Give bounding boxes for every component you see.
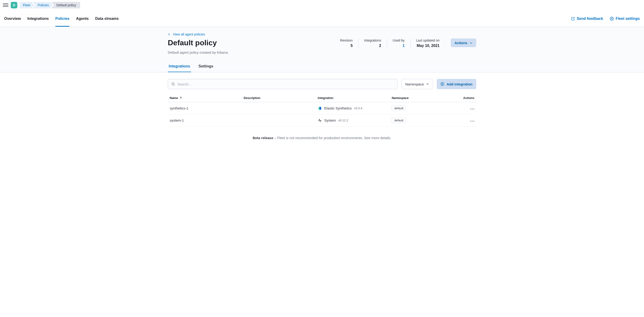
breadcrumb-fleet[interactable]: Fleet [20, 2, 34, 8]
col-description[interactable]: Description [242, 94, 316, 102]
stat-integrations-value: 2 [364, 44, 381, 48]
beta-text: – Fleet is not recommended for productio… [274, 136, 392, 140]
add-integration-label: Add integration [446, 82, 472, 86]
stat-updated-value: May 10, 2021 [416, 44, 440, 48]
stat-usedby-label: Used by [392, 38, 404, 42]
integration-version: v0.0.4 [354, 106, 362, 110]
beta-label: Beta release [252, 136, 273, 140]
cell-integration[interactable]: Elastic Synthetics v0.0.4 [318, 106, 388, 110]
cell-name[interactable]: system-1 [168, 114, 242, 126]
sort-up-icon [180, 97, 182, 99]
home-badge[interactable]: D [11, 2, 17, 8]
fleet-settings-link[interactable]: Fleet settings [610, 16, 640, 21]
svg-point-0 [611, 18, 612, 19]
col-name[interactable]: Name [168, 94, 242, 102]
table-row: system-1 System v0.12.2 default [168, 114, 476, 126]
chevron-down-icon [470, 41, 472, 44]
integrations-table: Name Description Integration Namespace A… [168, 94, 476, 126]
menu-icon[interactable] [3, 2, 8, 8]
stat-updated-label: Last updated on [416, 38, 440, 42]
col-name-label: Name [170, 96, 178, 100]
fleet-settings-label: Fleet settings [616, 16, 640, 21]
search-box[interactable] [168, 79, 398, 89]
actions-button[interactable]: Actions [451, 38, 476, 47]
add-integration-button[interactable]: Add integration [437, 79, 476, 89]
row-actions-button[interactable] [470, 109, 474, 109]
search-input[interactable] [177, 82, 394, 86]
back-link[interactable]: View all agent policies [168, 32, 476, 36]
stat-usedby-value[interactable]: 1 [392, 44, 404, 48]
cell-description [242, 102, 316, 114]
tab-agents[interactable]: Agents [76, 10, 88, 27]
integration-name: System [324, 118, 336, 122]
row-actions-button[interactable] [470, 121, 474, 122]
stat-revision-value: 5 [340, 44, 352, 48]
breadcrumb-current: Default policy [51, 2, 80, 8]
cell-name[interactable]: synthetics-1 [168, 102, 242, 114]
gear-icon [610, 16, 614, 21]
stat-revision-label: Revision [340, 38, 352, 42]
subtab-integrations[interactable]: Integrations [168, 62, 191, 72]
svg-point-1 [172, 83, 174, 85]
page-title: Default policy [168, 38, 228, 47]
subtab-settings[interactable]: Settings [198, 62, 214, 72]
cell-description [242, 114, 316, 126]
namespace-filter-label: Namespace [405, 82, 424, 86]
search-icon [171, 82, 175, 86]
plus-circle-icon [440, 82, 444, 86]
tab-overview[interactable]: Overview [4, 10, 21, 27]
chevron-left-icon [168, 33, 170, 36]
col-integration[interactable]: Integration [316, 94, 390, 102]
namespace-pill: default [392, 105, 406, 111]
chevron-down-icon [426, 83, 429, 85]
cell-integration[interactable]: System v0.12.2 [318, 118, 388, 123]
synthetics-icon [318, 106, 322, 110]
beta-notice: Beta release – Fleet is not recommended … [168, 126, 476, 144]
col-actions: Actions [452, 94, 476, 102]
tab-policies[interactable]: Policies [56, 10, 70, 27]
namespace-pill: default [392, 118, 406, 123]
table-row: synthetics-1 Elastic Synthetics v0.0.4 [168, 102, 476, 114]
send-feedback-link[interactable]: Send feedback [571, 16, 603, 21]
tab-data-streams[interactable]: Data streams [95, 10, 119, 27]
namespace-filter[interactable]: Namespace [401, 79, 433, 89]
back-link-label: View all agent policies [173, 32, 205, 36]
breadcrumb: Fleet Policies Default policy [20, 2, 80, 8]
col-namespace[interactable]: Namespace [390, 94, 452, 102]
integration-version: v0.12.2 [338, 119, 348, 122]
popout-icon [571, 17, 575, 20]
system-icon [318, 118, 322, 123]
stat-integrations-label: Integrations [364, 38, 381, 42]
tab-integrations[interactable]: Integrations [27, 10, 49, 27]
integration-name: Elastic Synthetics [324, 106, 352, 110]
page-subtitle: Default agent policy created by Kibana [168, 50, 228, 54]
actions-button-label: Actions [454, 41, 467, 45]
breadcrumb-policies[interactable]: Policies [32, 2, 53, 8]
send-feedback-label: Send feedback [577, 16, 603, 21]
